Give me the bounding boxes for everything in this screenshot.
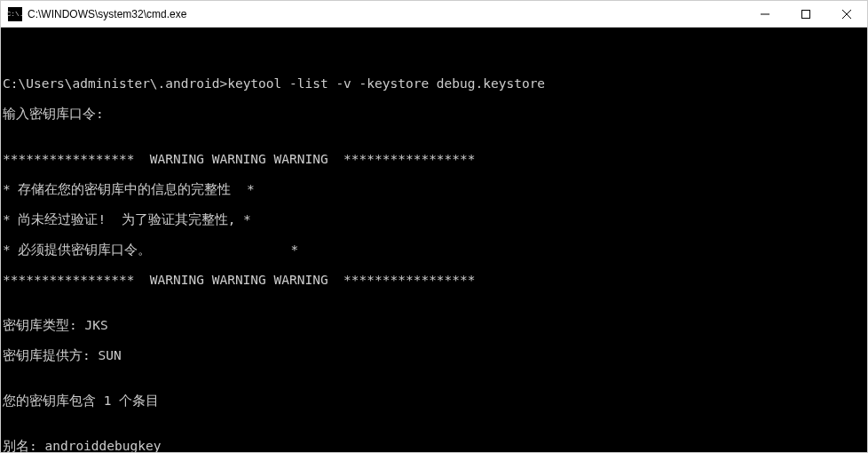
maximize-button[interactable] [785,1,826,27]
output-line: 您的密钥库包含 1 个条目 [3,393,865,409]
close-button[interactable] [826,1,867,27]
command-text: keytool -list -v -keystore debug.keystor… [227,76,545,91]
terminal-output[interactable]: C:\Users\administer\.android>keytool -li… [1,28,867,452]
window-controls [745,1,867,27]
output-line: ***************** WARNING WARNING WARNIN… [3,273,865,288]
cmd-window: C:\. C:\WINDOWS\system32\cmd.exe C:\User… [0,0,868,453]
output-line: 输入密钥库口令: [3,107,865,122]
blank-line [3,46,865,61]
output-line: * 必须提供密钥库口令。 * [3,242,865,258]
cmd-icon: C:\. [8,7,22,21]
output-line: 密钥库类型: JKS [3,318,865,333]
output-line: * 尚未经过验证! 为了验证其完整性, * [3,212,865,227]
window-title: C:\WINDOWS\system32\cmd.exe [28,8,745,20]
output-line: * 存储在您的密钥库中的信息的完整性 * [3,182,865,197]
svg-rect-1 [802,10,810,18]
prompt-text: C:\Users\administer\.android> [3,76,227,91]
minimize-button[interactable] [745,1,785,27]
titlebar: C:\. C:\WINDOWS\system32\cmd.exe [1,1,867,28]
output-line: ***************** WARNING WARNING WARNIN… [3,152,865,167]
output-line: 别名: androiddebugkey [3,439,865,452]
prompt-line: C:\Users\administer\.android>keytool -li… [3,76,865,91]
output-line: 密钥库提供方: SUN [3,348,865,363]
